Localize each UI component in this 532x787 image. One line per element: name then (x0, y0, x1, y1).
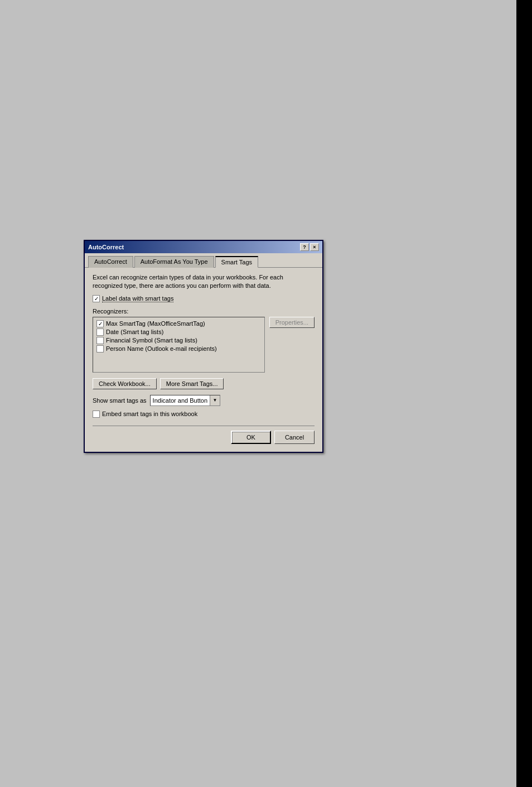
properties-button[interactable]: Properties... (269, 317, 315, 328)
recognizer-checkbox-0[interactable] (96, 320, 104, 327)
tab-autoformat[interactable]: AutoFormat As You Type (134, 256, 214, 268)
label-data-label: Label data with smart tags (102, 295, 173, 302)
recognizer-checkbox-3[interactable] (96, 345, 104, 353)
title-bar: AutoCorrect ? × (85, 241, 322, 253)
tab-smarttags[interactable]: Smart Tags (215, 256, 258, 268)
list-item: Financial Symbol (Smart tag lists) (95, 336, 262, 345)
show-smart-tags-row: Show smart tags as Indicator and Button … (93, 395, 315, 406)
embed-row: Embed smart tags in this workbook (93, 411, 315, 418)
recognizer-label-3: Person Name (Outlook e-mail recipients) (106, 345, 217, 352)
divider (93, 426, 315, 426)
recognizer-label-1: Date (Smart tag lists) (106, 329, 163, 335)
list-item: Person Name (Outlook e-mail recipients) (95, 345, 262, 353)
recognizers-listbox[interactable]: Max SmartTag (MaxOfficeSmartTag) Date (S… (93, 317, 265, 373)
cancel-button[interactable]: Cancel (274, 431, 315, 444)
dropdown-arrow-icon[interactable]: ▼ (210, 395, 220, 405)
description-text: Excel can recognize certain types of dat… (93, 273, 315, 291)
dialog-overlay: AutoCorrect ? × AutoCorrect AutoFormat A… (84, 240, 323, 453)
tab-autocorrect[interactable]: AutoCorrect (88, 256, 133, 268)
list-item: Max SmartTag (MaxOfficeSmartTag) (95, 320, 262, 328)
recognizer-label-0: Max SmartTag (MaxOfficeSmartTag) (106, 320, 205, 327)
more-smart-tags-button[interactable]: More Smart Tags... (160, 378, 224, 389)
recognizer-checkbox-2[interactable] (96, 337, 104, 344)
recognizer-checkbox-1[interactable] (96, 329, 104, 336)
show-smart-tags-label: Show smart tags as (93, 397, 147, 404)
bottom-btn-row: Check Workbook... More Smart Tags... (93, 378, 315, 389)
embed-label: Embed smart tags in this workbook (102, 411, 197, 417)
dialog-title: AutoCorrect (88, 244, 124, 250)
ok-button[interactable]: OK (231, 431, 271, 444)
help-button[interactable]: ? (300, 243, 309, 251)
tab-bar: AutoCorrect AutoFormat As You Type Smart… (85, 253, 322, 268)
show-smart-tags-dropdown[interactable]: Indicator and Button ▼ (150, 395, 220, 406)
dialog-body: Excel can recognize certain types of dat… (85, 268, 322, 452)
right-sidebar (516, 0, 532, 787)
recognizers-label: Recognizers: (93, 308, 315, 315)
label-data-row: Label data with smart tags (93, 295, 315, 302)
close-button[interactable]: × (310, 243, 319, 251)
list-item: Date (Smart tag lists) (95, 328, 262, 336)
autocorrect-dialog: AutoCorrect ? × AutoCorrect AutoFormat A… (84, 240, 323, 453)
title-bar-buttons: ? × (300, 243, 319, 251)
properties-btn-container: Properties... (269, 317, 315, 373)
check-workbook-button[interactable]: Check Workbook... (93, 378, 157, 389)
recognizers-container: Max SmartTag (MaxOfficeSmartTag) Date (S… (93, 317, 315, 373)
dropdown-selected-value: Indicator and Button (151, 397, 210, 404)
recognizer-label-2: Financial Symbol (Smart tag lists) (106, 337, 197, 344)
embed-checkbox[interactable] (93, 411, 100, 418)
action-btn-row: OK Cancel (93, 431, 315, 446)
label-data-checkbox[interactable] (93, 295, 100, 302)
